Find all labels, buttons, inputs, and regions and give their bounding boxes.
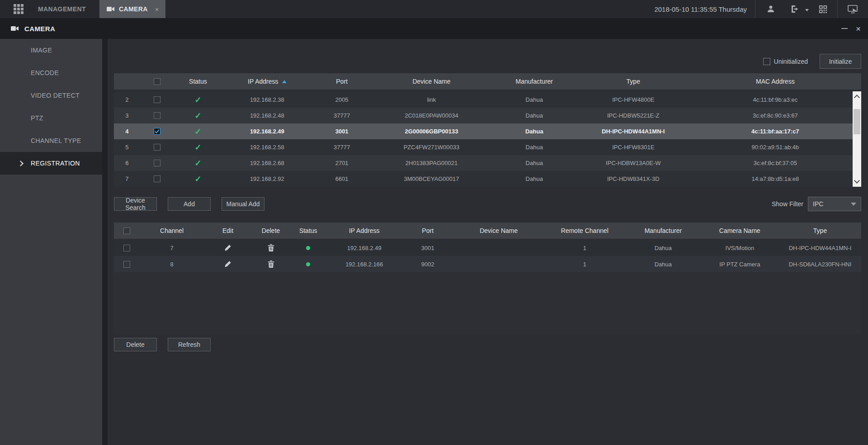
- tab-camera[interactable]: CAMERA ×: [99, 0, 165, 18]
- display-output-icon[interactable]: [838, 0, 868, 18]
- type-cell: DH-IPC-HDW44A1MN-I: [577, 128, 689, 135]
- column-header-mac-address[interactable]: MAC Address: [689, 78, 861, 85]
- row-checkbox[interactable]: [154, 175, 160, 182]
- column-header-port[interactable]: Port: [312, 78, 372, 85]
- sidebar-item-encode[interactable]: ENCODE: [0, 62, 102, 84]
- column-header-type[interactable]: Type: [779, 227, 861, 234]
- column-header-manufacturer[interactable]: Manufacturer: [626, 227, 700, 234]
- scroll-up-icon[interactable]: [854, 95, 860, 100]
- select-all-checkbox[interactable]: [154, 78, 160, 85]
- add-button[interactable]: Add: [168, 197, 211, 211]
- initialize-button[interactable]: Initialize: [820, 54, 861, 69]
- row-checkbox-checked[interactable]: [154, 128, 160, 135]
- table-row[interactable]: 8 192.168.2.166 9002 1 Dahua IP PTZ Came…: [114, 256, 861, 272]
- refresh-button[interactable]: Refresh: [168, 338, 211, 351]
- row-checkbox[interactable]: [123, 245, 130, 251]
- sort-ascending-icon: [282, 80, 287, 83]
- window-controls: ×: [841, 24, 861, 33]
- logout-dropdown-caret-icon[interactable]: [805, 9, 809, 11]
- show-filter-dropdown[interactable]: IPC: [808, 197, 861, 211]
- table-row[interactable]: 5 ✓ 192.168.2.58 37777 PZC4FW271W00033 D…: [114, 139, 861, 155]
- scrollbar-thumb[interactable]: [854, 109, 860, 134]
- sidebar-item-label: VIDEO DETECT: [31, 92, 80, 99]
- sidebar-item-label: REGISTRATION: [31, 160, 80, 167]
- column-header-camera-name[interactable]: Camera Name: [701, 227, 779, 234]
- device-table-body: 2 ✓ 192.168.2.38 2005 link Dahua IPC-HFW…: [114, 92, 861, 187]
- qr-code-icon[interactable]: [815, 0, 837, 18]
- type-cell: IPC-HFW4800E: [577, 96, 689, 103]
- mac-address-cell: 14:a7:8b:d5:1a:e8: [689, 175, 861, 182]
- apps-grid-icon[interactable]: [14, 4, 24, 14]
- added-table-header: Channel Edit Delete Status IP Address Po…: [114, 222, 861, 239]
- device-name-cell: 2H01383PAG00021: [372, 160, 491, 166]
- scroll-down-icon[interactable]: [854, 178, 860, 184]
- device-name-cell: PZC4FW271W00033: [372, 144, 491, 151]
- table-row[interactable]: 6 ✓ 192.168.2.68 2701 2H01383PAG00021 Da…: [114, 155, 861, 171]
- column-header-edit[interactable]: Edit: [203, 227, 252, 234]
- minimize-icon[interactable]: [841, 28, 848, 29]
- type-cell: IPC-HDBW13A0E-W: [577, 160, 689, 166]
- user-account-icon[interactable]: [755, 0, 784, 18]
- chevron-down-icon: [851, 203, 856, 206]
- sidebar-item-video-detect[interactable]: VIDEO DETECT: [0, 84, 102, 107]
- select-all-checkbox[interactable]: [123, 227, 130, 234]
- column-header-delete[interactable]: Delete: [252, 227, 290, 234]
- row-checkbox[interactable]: [154, 144, 160, 151]
- logout-icon[interactable]: [784, 0, 802, 18]
- table-row[interactable]: 2 ✓ 192.168.2.38 2005 link Dahua IPC-HFW…: [114, 92, 861, 108]
- manufacturer-cell: Dahua: [491, 96, 577, 103]
- edit-pencil-icon[interactable]: [224, 244, 231, 251]
- column-header-ip-address[interactable]: IP Address: [222, 78, 312, 85]
- port-cell: 3001: [401, 245, 454, 251]
- table-row[interactable]: 7 ✓ 192.168.2.92 6601 3M00BCEYAG00017 Da…: [114, 171, 861, 187]
- manufacturer-cell: Dahua: [626, 261, 700, 268]
- row-checkbox[interactable]: [154, 160, 160, 166]
- sidebar: IMAGE ENCODE VIDEO DETECT PTZ CHANNEL TY…: [0, 39, 102, 445]
- column-header-status[interactable]: Status: [174, 78, 222, 85]
- column-header-device-name[interactable]: Device Name: [454, 227, 543, 234]
- column-header-ip-address[interactable]: IP Address: [327, 227, 401, 234]
- column-header-remote-channel[interactable]: Remote Channel: [543, 227, 626, 234]
- column-header-device-name[interactable]: Device Name: [372, 78, 491, 85]
- status-ok-icon: ✓: [194, 128, 201, 136]
- vertical-scrollbar[interactable]: [853, 91, 861, 187]
- status-ok-icon: ✓: [194, 143, 201, 151]
- added-devices-table: Channel Edit Delete Status IP Address Po…: [114, 222, 861, 334]
- added-table-body: 7 192.168.2.49 3001 1 Dahua IVS/Motion D…: [114, 240, 861, 334]
- show-filter-label: Show Filter: [772, 200, 803, 208]
- edit-pencil-icon[interactable]: [224, 260, 231, 268]
- device-search-button[interactable]: Device Search: [114, 197, 157, 211]
- column-header-port[interactable]: Port: [401, 227, 454, 234]
- ip-address-cell: 192.168.2.49: [327, 245, 401, 251]
- column-header-status[interactable]: Status: [289, 227, 327, 234]
- close-icon[interactable]: ×: [856, 24, 861, 33]
- sidebar-item-image[interactable]: IMAGE: [0, 39, 102, 62]
- sidebar-item-registration[interactable]: REGISTRATION: [0, 152, 102, 175]
- delete-trash-icon[interactable]: [268, 244, 274, 251]
- device-name-cell: 2C018E0PAW00034: [372, 112, 491, 119]
- table-row[interactable]: 3 ✓ 192.168.2.48 37777 2C018E0PAW00034 D…: [114, 108, 861, 123]
- table-row[interactable]: 7 192.168.2.49 3001 1 Dahua IVS/Motion D…: [114, 240, 861, 256]
- column-header-channel[interactable]: Channel: [140, 227, 204, 234]
- mac-address-cell: 4c:11:bf:9b:a3:ec: [689, 96, 861, 103]
- camera-name-cell: IVS/Motion: [701, 245, 779, 251]
- sidebar-content-divider: [102, 39, 108, 445]
- ip-address-cell: 192.168.2.38: [222, 96, 312, 103]
- column-header-manufacturer[interactable]: Manufacturer: [491, 78, 577, 85]
- tab-management[interactable]: MANAGEMENT: [38, 0, 86, 18]
- table-row-selected[interactable]: 4 ✓ 192.168.2.49 3001 2G00006GBP00133 Da…: [114, 123, 861, 139]
- tab-camera-label: CAMERA: [119, 5, 148, 13]
- delete-trash-icon[interactable]: [268, 260, 274, 268]
- manufacturer-cell: Dahua: [626, 245, 700, 251]
- sidebar-item-ptz[interactable]: PTZ: [0, 107, 102, 129]
- uninitialized-checkbox[interactable]: [763, 58, 770, 65]
- row-checkbox[interactable]: [123, 261, 130, 268]
- manual-add-button[interactable]: Manual Add: [222, 197, 264, 211]
- row-checkbox[interactable]: [154, 112, 160, 119]
- delete-button[interactable]: Delete: [114, 338, 157, 351]
- tab-close-icon[interactable]: ×: [155, 6, 159, 13]
- sidebar-item-channel-type[interactable]: CHANNEL TYPE: [0, 129, 102, 152]
- column-header-type[interactable]: Type: [577, 78, 689, 85]
- page-title: CAMERA: [24, 25, 55, 33]
- row-checkbox[interactable]: [154, 96, 160, 103]
